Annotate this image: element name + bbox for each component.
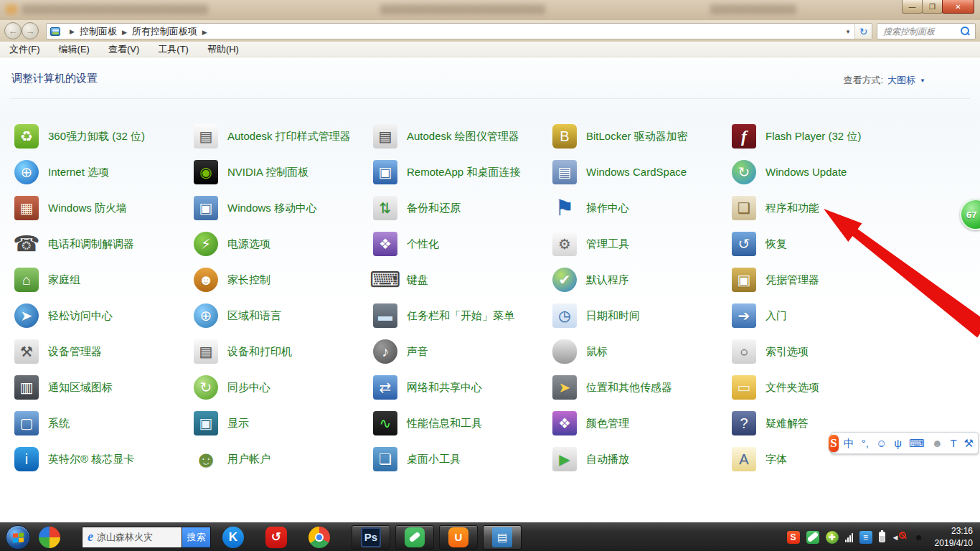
menu-item[interactable]: 工具(T): [149, 43, 198, 56]
chrome-icon[interactable]: [308, 527, 330, 548]
back-button[interactable]: ←: [4, 22, 22, 39]
item-autoplay[interactable]: ▶自动播放: [552, 447, 732, 471]
refresh-icon[interactable]: ↻: [854, 24, 872, 39]
item-phone-modem[interactable]: ☎电话和调制解调器: [14, 232, 194, 256]
view-by-value[interactable]: 大图标: [887, 74, 915, 87]
taskbar-clock[interactable]: 23:16 2019/4/10: [935, 525, 973, 548]
item-folder-options[interactable]: ▭文件夹选项: [732, 375, 911, 400]
item-flash-player[interactable]: fFlash Player (32 位): [732, 124, 911, 149]
muted-speaker-icon[interactable]: ◄: [892, 531, 906, 544]
item-homegroup[interactable]: ⌂家庭组: [14, 268, 194, 292]
item-internet-options[interactable]: ⊕Internet 选项: [14, 160, 194, 184]
item-autodesk-print-styles[interactable]: ▤Autodesk 打印样式管理器: [194, 124, 373, 149]
item-remoteapp[interactable]: ▣RemoteApp 和桌面连接: [373, 160, 552, 184]
address-dropdown-icon[interactable]: ▾: [842, 24, 854, 39]
item-credential-manager[interactable]: ▣凭据管理器: [732, 268, 911, 292]
item-notification-icons[interactable]: ▥通知区域图标: [14, 375, 194, 400]
item-360-uninstaller[interactable]: ♻360强力卸载 (32 位): [14, 124, 194, 149]
item-mobility-center[interactable]: ▣Windows 移动中心: [194, 196, 373, 220]
item-desktop-gadgets[interactable]: ❏桌面小工具: [373, 447, 552, 471]
item-keyboard[interactable]: ⌨键盘: [373, 268, 552, 292]
menu-item[interactable]: 帮助(H): [198, 43, 248, 56]
item-programs-and-features[interactable]: ❑程序和功能: [732, 196, 911, 220]
item-ease-of-access[interactable]: ➤轻松访问中心: [14, 303, 194, 328]
green-pill-tray-icon[interactable]: [806, 531, 819, 544]
mic-icon[interactable]: ψ: [894, 438, 902, 448]
item-bitlocker[interactable]: BBitLocker 驱动器加密: [552, 124, 732, 149]
kugou-music-icon[interactable]: K: [222, 527, 244, 548]
sogou-logo-icon[interactable]: S: [829, 435, 839, 452]
menu-item[interactable]: 文件(F): [0, 43, 50, 56]
item-system[interactable]: ▢系统: [14, 411, 194, 435]
item-network-sharing[interactable]: ⇄网络和共享中心: [373, 375, 552, 400]
network-signal-icon[interactable]: [845, 532, 853, 542]
item-personalization[interactable]: ❖个性化: [373, 232, 552, 256]
item-action-center[interactable]: ⚑操作中心: [552, 196, 732, 220]
chinese-mode-icon[interactable]: 中: [844, 438, 854, 448]
item-nvidia-control-panel[interactable]: ◉NVIDIA 控制面板: [194, 160, 373, 184]
punctuation-icon[interactable]: °,: [862, 438, 869, 448]
item-autodesk-plotter[interactable]: ▤Autodesk 绘图仪管理器: [373, 124, 552, 149]
close-button[interactable]: ✕: [942, 0, 974, 14]
restore-button[interactable]: ❐: [922, 0, 943, 14]
item-user-accounts[interactable]: ☻用户帐户: [194, 447, 373, 471]
item-color-management[interactable]: ❖颜色管理: [552, 411, 732, 435]
uc-browser-icon[interactable]: U: [439, 525, 478, 550]
control-panel-window-icon[interactable]: ▤: [483, 525, 522, 550]
search-bar[interactable]: e搜索: [82, 527, 211, 548]
item-intel-graphics[interactable]: i英特尔® 核芯显卡: [14, 447, 194, 471]
item-firewall[interactable]: ▦Windows 防火墙: [14, 196, 194, 220]
item-windows-update[interactable]: ↻Windows Update: [732, 160, 911, 184]
emoji-icon[interactable]: ☺: [876, 438, 887, 448]
item-sound[interactable]: ♪声音: [373, 339, 552, 364]
item-region-language[interactable]: ⊕区域和语言: [194, 303, 373, 328]
item-date-time[interactable]: ◷日期和时间: [552, 303, 732, 328]
pill-glyph: [806, 532, 819, 543]
youdao-dict-icon[interactable]: ≡: [859, 531, 872, 544]
item-taskbar-start-menu[interactable]: ▬任务栏和「开始」菜单: [373, 303, 552, 328]
antivirus-shield-icon[interactable]: ✚: [826, 531, 839, 544]
search-input[interactable]: [877, 27, 959, 37]
item-cardspace[interactable]: ▤Windows CardSpace: [552, 160, 732, 184]
minimize-button[interactable]: —: [902, 0, 923, 14]
item-location-sensors[interactable]: ➤位置和其他传感器: [552, 375, 732, 400]
chevron-down-icon[interactable]: ▼: [920, 77, 925, 84]
photoshop-icon[interactable]: Ps: [352, 525, 390, 550]
item-device-manager[interactable]: ⚒设备管理器: [14, 339, 194, 364]
breadcrumb-item-1[interactable]: 控制面板: [80, 26, 117, 37]
sogou-browser-icon[interactable]: [39, 527, 60, 548]
item-mouse[interactable]: 鼠标: [552, 339, 732, 364]
netease-music-icon[interactable]: ↺: [265, 527, 287, 548]
item-power-options[interactable]: ⚡电源选项: [194, 232, 373, 256]
menu-item[interactable]: 编辑(E): [50, 43, 99, 56]
address-bar[interactable]: ▶ 控制面板▶所有控制面板项▶ ▾ ↻: [46, 23, 872, 39]
item-default-programs[interactable]: ✔默认程序: [552, 268, 732, 292]
skin-person-icon[interactable]: ☻: [932, 438, 943, 448]
taskbar-search-button[interactable]: 搜索: [182, 527, 211, 548]
breadcrumb-item-2[interactable]: 所有控制面板项: [132, 26, 197, 37]
taskbar-search-input[interactable]: [97, 532, 169, 542]
item-parental-controls[interactable]: ☻家长控制: [194, 268, 373, 292]
item-devices-printers[interactable]: ▤设备和打印机: [194, 339, 373, 364]
start-button[interactable]: [6, 525, 30, 550]
item-admin-tools[interactable]: ⚙管理工具: [552, 232, 732, 256]
soft-keyboard-icon[interactable]: ⌨: [909, 438, 925, 448]
green-remote-app-icon[interactable]: [395, 525, 434, 550]
item-getting-started[interactable]: ➔入门: [732, 303, 911, 328]
item-indexing-options[interactable]: ○索引选项: [732, 339, 911, 364]
battery-icon[interactable]: [879, 532, 885, 542]
item-backup-restore[interactable]: ⇅备份和还原: [373, 196, 552, 220]
qq-penguin-icon[interactable]: ☻: [913, 531, 925, 544]
search-field[interactable]: e: [82, 527, 182, 548]
item-recovery[interactable]: ↺恢复: [732, 232, 911, 256]
forward-button[interactable]: →: [22, 22, 39, 39]
skin-shirt-icon[interactable]: T: [950, 438, 956, 448]
item-sync-center[interactable]: ↻同步中心: [194, 375, 373, 400]
region-language-icon: ⊕: [194, 303, 218, 328]
item-performance-tools[interactable]: ∿性能信息和工具: [373, 411, 552, 435]
menu-item[interactable]: 查看(V): [99, 43, 149, 56]
control-panel-search[interactable]: [877, 23, 976, 39]
settings-wrench-icon[interactable]: ⚒: [964, 438, 974, 448]
item-display[interactable]: ▣显示: [194, 411, 373, 435]
sogou-input-tray-icon[interactable]: S: [787, 531, 800, 544]
